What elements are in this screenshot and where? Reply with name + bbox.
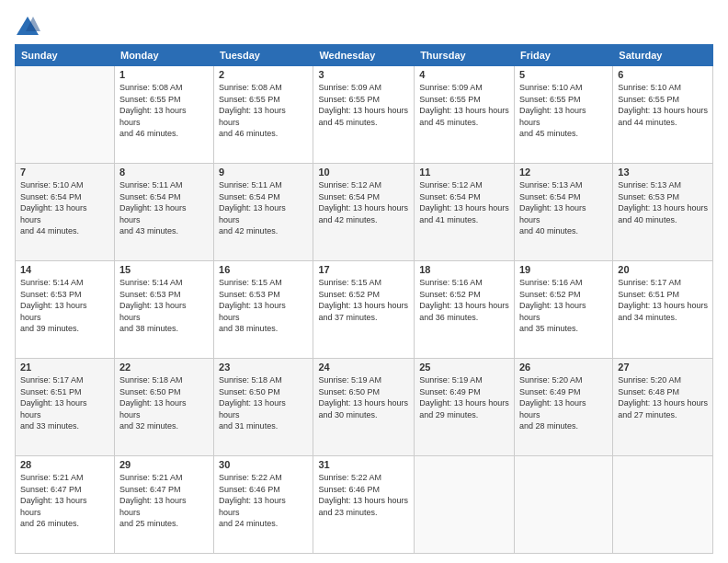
cell-content: 11Sunrise: 5:12 AMSunset: 6:54 PMDayligh…	[419, 167, 509, 226]
day-info: Sunrise: 5:21 AMSunset: 6:47 PMDaylight:…	[119, 472, 209, 530]
day-info: Sunrise: 5:22 AMSunset: 6:46 PMDaylight:…	[318, 472, 409, 518]
calendar-cell	[514, 456, 612, 554]
calendar-cell: 17Sunrise: 5:15 AMSunset: 6:52 PMDayligh…	[313, 261, 415, 359]
weekday-header-monday: Monday	[114, 45, 213, 66]
calendar-cell: 4Sunrise: 5:09 AMSunset: 6:55 PMDaylight…	[415, 66, 515, 164]
weekday-header-sunday: Sunday	[16, 45, 115, 66]
cell-content: 31Sunrise: 5:22 AMSunset: 6:46 PMDayligh…	[318, 459, 409, 519]
calendar-cell: 29Sunrise: 5:21 AMSunset: 6:47 PMDayligh…	[114, 456, 213, 554]
weekday-header-tuesday: Tuesday	[214, 45, 313, 66]
day-info: Sunrise: 5:11 AMSunset: 6:54 PMDaylight:…	[219, 179, 308, 237]
day-info: Sunrise: 5:16 AMSunset: 6:52 PMDaylight:…	[419, 277, 509, 323]
calendar-cell: 6Sunrise: 5:10 AMSunset: 6:55 PMDaylight…	[613, 66, 713, 164]
calendar-cell: 23Sunrise: 5:18 AMSunset: 6:50 PMDayligh…	[214, 359, 313, 456]
day-info: Sunrise: 5:11 AMSunset: 6:54 PMDaylight:…	[119, 179, 209, 237]
day-number: 29	[119, 459, 209, 470]
day-number: 5	[519, 69, 608, 80]
cell-content: 14Sunrise: 5:14 AMSunset: 6:53 PMDayligh…	[20, 264, 109, 335]
calendar-cell: 21Sunrise: 5:17 AMSunset: 6:51 PMDayligh…	[16, 359, 115, 456]
day-info: Sunrise: 5:13 AMSunset: 6:53 PMDaylight:…	[618, 179, 708, 225]
day-number: 20	[618, 264, 708, 275]
calendar-week-row: 21Sunrise: 5:17 AMSunset: 6:51 PMDayligh…	[16, 359, 713, 456]
calendar-cell: 9Sunrise: 5:11 AMSunset: 6:54 PMDaylight…	[214, 164, 313, 261]
day-info: Sunrise: 5:08 AMSunset: 6:55 PMDaylight:…	[119, 82, 209, 140]
day-number: 6	[618, 69, 708, 80]
calendar-cell: 3Sunrise: 5:09 AMSunset: 6:55 PMDaylight…	[313, 66, 415, 164]
header	[15, 15, 713, 37]
calendar-cell: 11Sunrise: 5:12 AMSunset: 6:54 PMDayligh…	[415, 164, 515, 261]
day-number: 2	[219, 69, 308, 80]
day-info: Sunrise: 5:17 AMSunset: 6:51 PMDaylight:…	[618, 277, 708, 323]
cell-content: 30Sunrise: 5:22 AMSunset: 6:46 PMDayligh…	[219, 459, 308, 530]
calendar-week-row: 14Sunrise: 5:14 AMSunset: 6:53 PMDayligh…	[16, 261, 713, 359]
day-number: 1	[119, 69, 209, 80]
day-info: Sunrise: 5:12 AMSunset: 6:54 PMDaylight:…	[318, 179, 409, 225]
day-info: Sunrise: 5:13 AMSunset: 6:54 PMDaylight:…	[519, 179, 608, 237]
cell-content: 23Sunrise: 5:18 AMSunset: 6:50 PMDayligh…	[219, 362, 308, 432]
day-number: 15	[119, 264, 209, 275]
day-number: 19	[519, 264, 608, 275]
calendar-cell: 19Sunrise: 5:16 AMSunset: 6:52 PMDayligh…	[514, 261, 612, 359]
cell-content: 12Sunrise: 5:13 AMSunset: 6:54 PMDayligh…	[519, 167, 608, 237]
calendar-cell: 10Sunrise: 5:12 AMSunset: 6:54 PMDayligh…	[313, 164, 415, 261]
day-info: Sunrise: 5:18 AMSunset: 6:50 PMDaylight:…	[119, 374, 209, 432]
cell-content: 26Sunrise: 5:20 AMSunset: 6:49 PMDayligh…	[519, 362, 608, 432]
calendar-cell	[415, 456, 515, 554]
cell-content: 28Sunrise: 5:21 AMSunset: 6:47 PMDayligh…	[20, 459, 109, 530]
logo	[15, 15, 44, 37]
day-number: 14	[20, 264, 109, 275]
cell-content: 25Sunrise: 5:19 AMSunset: 6:49 PMDayligh…	[419, 362, 509, 421]
day-number: 31	[318, 459, 409, 470]
day-info: Sunrise: 5:16 AMSunset: 6:52 PMDaylight:…	[519, 277, 608, 335]
calendar-cell: 20Sunrise: 5:17 AMSunset: 6:51 PMDayligh…	[613, 261, 713, 359]
day-number: 3	[318, 69, 409, 80]
day-info: Sunrise: 5:14 AMSunset: 6:53 PMDaylight:…	[20, 277, 109, 335]
day-info: Sunrise: 5:09 AMSunset: 6:55 PMDaylight:…	[318, 82, 409, 128]
day-info: Sunrise: 5:19 AMSunset: 6:50 PMDaylight:…	[318, 374, 409, 420]
weekday-header-wednesday: Wednesday	[313, 45, 415, 66]
calendar-cell: 18Sunrise: 5:16 AMSunset: 6:52 PMDayligh…	[415, 261, 515, 359]
day-info: Sunrise: 5:20 AMSunset: 6:48 PMDaylight:…	[618, 374, 708, 420]
day-info: Sunrise: 5:10 AMSunset: 6:55 PMDaylight:…	[618, 82, 708, 128]
day-number: 10	[318, 167, 409, 178]
cell-content: 22Sunrise: 5:18 AMSunset: 6:50 PMDayligh…	[119, 362, 209, 432]
calendar-cell	[613, 456, 713, 554]
calendar-cell: 15Sunrise: 5:14 AMSunset: 6:53 PMDayligh…	[114, 261, 213, 359]
day-info: Sunrise: 5:20 AMSunset: 6:49 PMDaylight:…	[519, 374, 608, 432]
calendar-cell: 7Sunrise: 5:10 AMSunset: 6:54 PMDaylight…	[16, 164, 115, 261]
calendar-cell: 13Sunrise: 5:13 AMSunset: 6:53 PMDayligh…	[613, 164, 713, 261]
cell-content: 5Sunrise: 5:10 AMSunset: 6:55 PMDaylight…	[519, 69, 608, 140]
calendar-cell: 31Sunrise: 5:22 AMSunset: 6:46 PMDayligh…	[313, 456, 415, 554]
calendar-cell: 14Sunrise: 5:14 AMSunset: 6:53 PMDayligh…	[16, 261, 115, 359]
day-info: Sunrise: 5:09 AMSunset: 6:55 PMDaylight:…	[419, 82, 509, 128]
calendar-cell: 27Sunrise: 5:20 AMSunset: 6:48 PMDayligh…	[613, 359, 713, 456]
day-number: 18	[419, 264, 509, 275]
cell-content: 10Sunrise: 5:12 AMSunset: 6:54 PMDayligh…	[318, 167, 409, 226]
cell-content: 7Sunrise: 5:10 AMSunset: 6:54 PMDaylight…	[20, 167, 109, 237]
day-info: Sunrise: 5:19 AMSunset: 6:49 PMDaylight:…	[419, 374, 509, 420]
day-info: Sunrise: 5:10 AMSunset: 6:55 PMDaylight:…	[519, 82, 608, 140]
calendar-week-row: 7Sunrise: 5:10 AMSunset: 6:54 PMDaylight…	[16, 164, 713, 261]
day-info: Sunrise: 5:12 AMSunset: 6:54 PMDaylight:…	[419, 179, 509, 225]
day-number: 11	[419, 167, 509, 178]
logo-icon	[15, 15, 40, 37]
calendar-cell: 12Sunrise: 5:13 AMSunset: 6:54 PMDayligh…	[514, 164, 612, 261]
cell-content: 6Sunrise: 5:10 AMSunset: 6:55 PMDaylight…	[618, 69, 708, 129]
calendar-cell: 30Sunrise: 5:22 AMSunset: 6:46 PMDayligh…	[214, 456, 313, 554]
calendar-cell: 2Sunrise: 5:08 AMSunset: 6:55 PMDaylight…	[214, 66, 313, 164]
day-number: 13	[618, 167, 708, 178]
cell-content: 8Sunrise: 5:11 AMSunset: 6:54 PMDaylight…	[119, 167, 209, 237]
weekday-header-saturday: Saturday	[613, 45, 713, 66]
calendar-header-row: SundayMondayTuesdayWednesdayThursdayFrid…	[16, 45, 713, 66]
day-info: Sunrise: 5:14 AMSunset: 6:53 PMDaylight:…	[119, 277, 209, 335]
day-number: 27	[618, 362, 708, 373]
calendar-cell: 1Sunrise: 5:08 AMSunset: 6:55 PMDaylight…	[114, 66, 213, 164]
day-number: 21	[20, 362, 109, 373]
calendar-cell: 26Sunrise: 5:20 AMSunset: 6:49 PMDayligh…	[514, 359, 612, 456]
calendar-cell	[16, 66, 115, 164]
cell-content: 4Sunrise: 5:09 AMSunset: 6:55 PMDaylight…	[419, 69, 509, 129]
day-number: 16	[219, 264, 308, 275]
day-number: 17	[318, 264, 409, 275]
day-info: Sunrise: 5:10 AMSunset: 6:54 PMDaylight:…	[20, 179, 109, 237]
day-info: Sunrise: 5:17 AMSunset: 6:51 PMDaylight:…	[20, 374, 109, 432]
